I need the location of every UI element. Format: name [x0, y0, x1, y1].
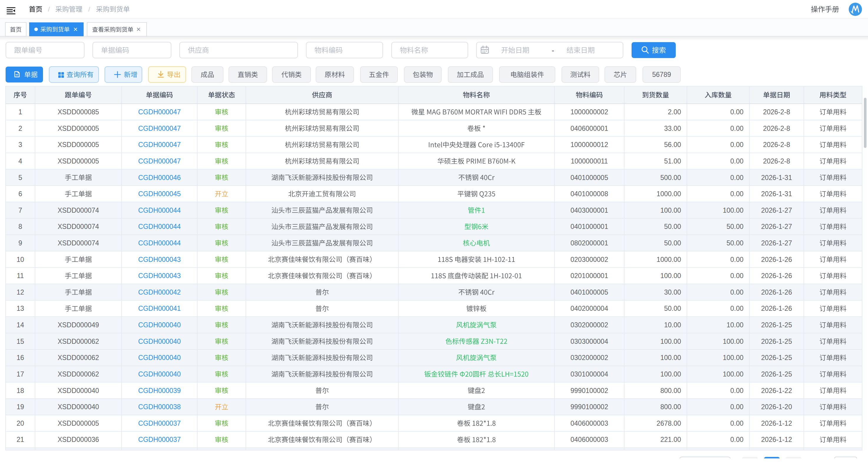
- svg-text:CGDH000045: CGDH000045: [138, 190, 181, 198]
- svg-text:XSDD000049: XSDD000049: [58, 321, 99, 329]
- svg-text:2026-2-8: 2026-2-8: [763, 141, 790, 148]
- svg-text:0403000001: 0403000001: [570, 206, 608, 214]
- svg-text:XSDD000062: XSDD000062: [58, 354, 99, 361]
- svg-text:33.00: 33.00: [664, 125, 681, 132]
- svg-text:0.00: 0.00: [730, 141, 743, 148]
- svg-text:2026-1-27: 2026-1-27: [761, 206, 792, 214]
- svg-text:2678.00: 2678.00: [657, 419, 681, 427]
- svg-text:2026-1-26: 2026-1-26: [761, 272, 792, 280]
- svg-text:CGDH000046: CGDH000046: [138, 174, 181, 181]
- svg-text:XSDD000040: XSDD000040: [58, 403, 99, 411]
- svg-text:10.00: 10.00: [726, 321, 743, 329]
- svg-text:0.00: 0.00: [730, 174, 743, 181]
- svg-text:50.00: 50.00: [726, 239, 743, 247]
- svg-text:0301000004: 0301000004: [570, 370, 608, 378]
- svg-text:CGDH000047: CGDH000047: [138, 108, 181, 116]
- svg-text:1000000011: 1000000011: [570, 157, 608, 165]
- svg-text:0302000002: 0302000002: [570, 321, 608, 329]
- svg-text:50.00: 50.00: [664, 304, 681, 312]
- svg-text:56.00: 56.00: [664, 141, 681, 148]
- svg-text:CGDH000040: CGDH000040: [138, 321, 181, 329]
- svg-text:CGDH000042: CGDH000042: [138, 288, 181, 296]
- svg-text:4: 4: [19, 157, 22, 165]
- svg-text:100.00: 100.00: [723, 370, 743, 378]
- svg-text:1000.00: 1000.00: [657, 190, 681, 198]
- svg-text:CGDH000044: CGDH000044: [138, 206, 181, 214]
- svg-text:2026-1-25: 2026-1-25: [761, 354, 792, 361]
- svg-text:CGDH000043: CGDH000043: [138, 256, 181, 263]
- svg-text:0.00: 0.00: [730, 288, 743, 296]
- svg-text:2: 2: [19, 125, 22, 132]
- svg-text:XSDD000062: XSDD000062: [58, 338, 99, 345]
- svg-text:21: 21: [17, 436, 24, 443]
- svg-text:9: 9: [19, 239, 22, 247]
- svg-text:XSDD000005: XSDD000005: [58, 125, 99, 132]
- svg-text:50.00: 50.00: [664, 239, 681, 247]
- svg-text:2026-1-26: 2026-1-26: [761, 288, 792, 296]
- svg-text:500.00: 500.00: [660, 174, 681, 181]
- svg-text:15: 15: [17, 338, 24, 345]
- svg-text:30.00: 30.00: [664, 288, 681, 296]
- svg-text:2026-1-25: 2026-1-25: [761, 370, 792, 378]
- svg-text:100.00: 100.00: [660, 370, 681, 378]
- svg-text:2026-1-31: 2026-1-31: [761, 174, 792, 181]
- svg-text:CGDH000040: CGDH000040: [138, 354, 181, 361]
- svg-text:100.00: 100.00: [660, 354, 681, 361]
- svg-text:100.00: 100.00: [660, 272, 681, 280]
- svg-text:9990100002: 9990100002: [570, 387, 608, 394]
- svg-text:0406000003: 0406000003: [570, 419, 608, 427]
- svg-text:100.00: 100.00: [723, 206, 743, 214]
- svg-text:100.00: 100.00: [660, 338, 681, 345]
- svg-text:9990100002: 9990100002: [570, 403, 608, 411]
- svg-text:CGDH000040: CGDH000040: [138, 338, 181, 345]
- svg-text:17: 17: [17, 370, 24, 378]
- svg-text:0.00: 0.00: [730, 419, 743, 427]
- svg-text:0406000003: 0406000003: [570, 436, 608, 443]
- svg-text:0406000001: 0406000001: [570, 125, 608, 132]
- svg-text:2026-2-8: 2026-2-8: [763, 125, 790, 132]
- svg-text:51.00: 51.00: [664, 157, 681, 165]
- svg-text:0.00: 0.00: [730, 436, 743, 443]
- svg-text:1000.00: 1000.00: [657, 256, 681, 263]
- svg-text:2026-1-27: 2026-1-27: [761, 239, 792, 247]
- svg-text:221.00: 221.00: [660, 436, 681, 443]
- svg-text:2026-1-12: 2026-1-12: [761, 436, 792, 443]
- svg-text:2026-1-22: 2026-1-22: [761, 387, 792, 394]
- svg-text:19: 19: [17, 403, 24, 411]
- svg-text:2026-1-26: 2026-1-26: [761, 304, 792, 312]
- svg-text:1: 1: [19, 108, 22, 116]
- svg-text:0302000002: 0302000002: [570, 354, 608, 361]
- svg-text:0203000002: 0203000002: [570, 256, 608, 263]
- svg-text:16: 16: [17, 354, 24, 361]
- svg-text:CGDH000047: CGDH000047: [138, 141, 181, 148]
- svg-text:0.00: 0.00: [730, 272, 743, 280]
- svg-text:2026-1-25: 2026-1-25: [761, 321, 792, 329]
- svg-text:20: 20: [17, 419, 24, 427]
- svg-text:13: 13: [17, 304, 24, 312]
- svg-text:CGDH000039: CGDH000039: [138, 387, 181, 394]
- svg-text:0.00: 0.00: [730, 157, 743, 165]
- svg-text:2026-2-8: 2026-2-8: [763, 157, 790, 165]
- svg-text:CGDH000044: CGDH000044: [138, 239, 181, 247]
- svg-text:0401000008: 0401000008: [570, 190, 608, 198]
- svg-text:XSDD000005: XSDD000005: [58, 141, 99, 148]
- svg-text:CGDH000037: CGDH000037: [138, 436, 181, 443]
- svg-text:-: -: [552, 46, 554, 54]
- svg-text:0.00: 0.00: [730, 190, 743, 198]
- svg-text:12: 12: [17, 288, 24, 296]
- svg-text:5: 5: [19, 174, 22, 181]
- svg-text:CGDH000047: CGDH000047: [138, 125, 181, 132]
- svg-text:1000000002: 1000000002: [570, 108, 608, 116]
- svg-text:XSDD000074: XSDD000074: [58, 223, 99, 230]
- svg-text:50.00: 50.00: [726, 223, 743, 230]
- svg-text:100.00: 100.00: [723, 354, 743, 361]
- svg-text:0802000001: 0802000001: [570, 239, 608, 247]
- svg-text:XSDD000074: XSDD000074: [58, 239, 99, 247]
- svg-text:XSDD000005: XSDD000005: [58, 419, 99, 427]
- svg-text:CGDH000044: CGDH000044: [138, 223, 181, 230]
- svg-text:100.00: 100.00: [660, 206, 681, 214]
- svg-text:0.00: 0.00: [730, 387, 743, 394]
- svg-text:0402000004: 0402000004: [570, 304, 608, 312]
- svg-text:XSDD000036: XSDD000036: [58, 436, 99, 443]
- svg-text:XSDD000085: XSDD000085: [58, 108, 99, 116]
